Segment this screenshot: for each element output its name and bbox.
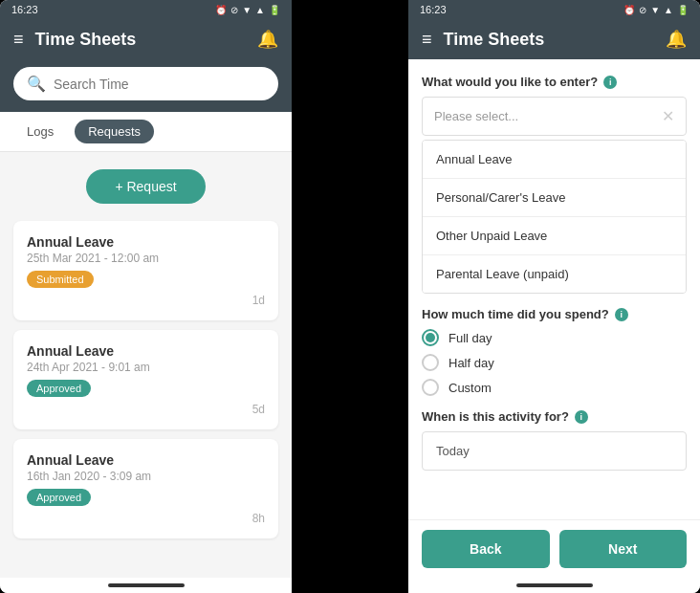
tabs-bar: Logs Requests <box>0 112 292 152</box>
app-title-right: Time Sheets <box>444 30 654 50</box>
tab-logs[interactable]: Logs <box>13 120 67 143</box>
left-screen: 16:23 ⏰ ⊘ ▼ ▲ 🔋 ≡ Time Sheets 🔔 🔍 Logs R… <box>0 0 292 593</box>
radio-custom-label: Custom <box>448 381 492 395</box>
hamburger-icon-right[interactable]: ≡ <box>422 30 432 50</box>
home-indicator-left <box>108 583 185 587</box>
footer-buttons: Back Next <box>408 519 700 578</box>
header-left: ≡ Time Sheets 🔔 <box>0 19 292 59</box>
right-screen: 16:23 ⏰ ⊘ ▼ ▲ 🔋 ≡ Time Sheets 🔔 What wou… <box>408 0 700 593</box>
card-2-title: Annual Leave <box>27 343 265 359</box>
radio-halfday-circle <box>422 354 439 371</box>
card-1-date: 25th Mar 2021 - 12:00 am <box>27 252 265 265</box>
enter-info-icon: i <box>603 76 617 89</box>
clear-icon[interactable]: ✕ <box>662 107 674 125</box>
dropdown-item-1[interactable]: Personal/Carer's Leave <box>423 179 686 217</box>
card-3-badge: Approved <box>27 489 91 506</box>
form-content: What would you like to enter? i Please s… <box>408 59 700 519</box>
header-right: ≡ Time Sheets 🔔 <box>408 19 700 59</box>
card-3-footer: 8h <box>27 512 265 525</box>
dropdown-item-2[interactable]: Other Unpaid Leave <box>423 217 686 255</box>
select-placeholder: Please select... <box>434 109 518 123</box>
activity-section-label: When is this activity for? i <box>422 409 687 424</box>
card-1-title: Annual Leave <box>27 234 265 250</box>
radio-group: Full day Half day Custom <box>422 329 687 396</box>
enter-section-label: What would you like to enter? i <box>422 75 687 89</box>
activity-info-icon: i <box>575 410 588 424</box>
home-bar-left <box>0 578 292 593</box>
radio-halfday-label: Half day <box>448 356 494 370</box>
app-title-left: Time Sheets <box>35 30 246 50</box>
card-3-title: Annual Leave <box>27 452 265 468</box>
card-3: Annual Leave 16th Jan 2020 - 3:09 am App… <box>13 439 278 538</box>
search-input[interactable] <box>54 77 265 92</box>
card-1-badge: Submitted <box>27 271 94 288</box>
back-button[interactable]: Back <box>422 530 550 568</box>
date-value: Today <box>436 444 470 458</box>
card-2-badge: Approved <box>27 380 91 397</box>
card-2: Annual Leave 24th Apr 2021 - 9:01 am App… <box>13 330 278 429</box>
dropdown-item-3[interactable]: Parental Leave (unpaid) <box>423 255 686 293</box>
radio-halfday[interactable]: Half day <box>422 354 687 371</box>
time-right: 16:23 <box>420 4 447 15</box>
time-left: 16:23 <box>11 4 38 15</box>
dropdown-list: Annual Leave Personal/Carer's Leave Othe… <box>422 140 687 294</box>
screen-gap <box>292 0 408 593</box>
time-info-icon: i <box>615 308 628 321</box>
radio-custom-circle <box>422 379 439 396</box>
bell-icon-right[interactable]: 🔔 <box>666 29 687 50</box>
status-icons-right: ⏰ ⊘ ▼ ▲ 🔋 <box>623 5 689 15</box>
add-request-button[interactable]: + Request <box>86 169 205 204</box>
next-button[interactable]: Next <box>559 530 688 568</box>
request-btn-wrapper: + Request <box>13 165 278 211</box>
card-1: Annual Leave 25th Mar 2021 - 12:00 am Su… <box>13 221 278 320</box>
search-input-wrapper[interactable]: 🔍 <box>13 67 278 100</box>
search-bar: 🔍 <box>0 59 292 112</box>
status-bar-right: 16:23 ⏰ ⊘ ▼ ▲ 🔋 <box>408 0 700 19</box>
dropdown-item-0[interactable]: Annual Leave <box>423 141 686 179</box>
status-bar-left: 16:23 ⏰ ⊘ ▼ ▲ 🔋 <box>0 0 292 19</box>
tab-requests[interactable]: Requests <box>75 120 154 143</box>
date-input[interactable]: Today <box>422 431 687 471</box>
radio-fullday-label: Full day <box>448 331 492 345</box>
content-area-left: + Request Annual Leave 25th Mar 2021 - 1… <box>0 152 292 578</box>
time-section-label: How much time did you spend? i <box>422 307 687 321</box>
bell-icon-left[interactable]: 🔔 <box>257 29 278 50</box>
select-wrapper[interactable]: Please select... ✕ <box>422 97 687 136</box>
hamburger-icon[interactable]: ≡ <box>13 30 24 50</box>
home-bar-right <box>408 578 700 593</box>
home-indicator-right <box>516 583 593 587</box>
radio-custom[interactable]: Custom <box>422 379 687 396</box>
radio-fullday[interactable]: Full day <box>422 329 687 346</box>
radio-fullday-circle <box>422 329 439 346</box>
card-2-date: 24th Apr 2021 - 9:01 am <box>27 361 265 374</box>
card-3-date: 16th Jan 2020 - 3:09 am <box>27 470 265 483</box>
card-2-footer: 5d <box>27 403 265 416</box>
status-icons-left: ⏰ ⊘ ▼ ▲ 🔋 <box>215 5 280 15</box>
card-1-footer: 1d <box>27 294 265 307</box>
search-icon: 🔍 <box>27 75 46 93</box>
